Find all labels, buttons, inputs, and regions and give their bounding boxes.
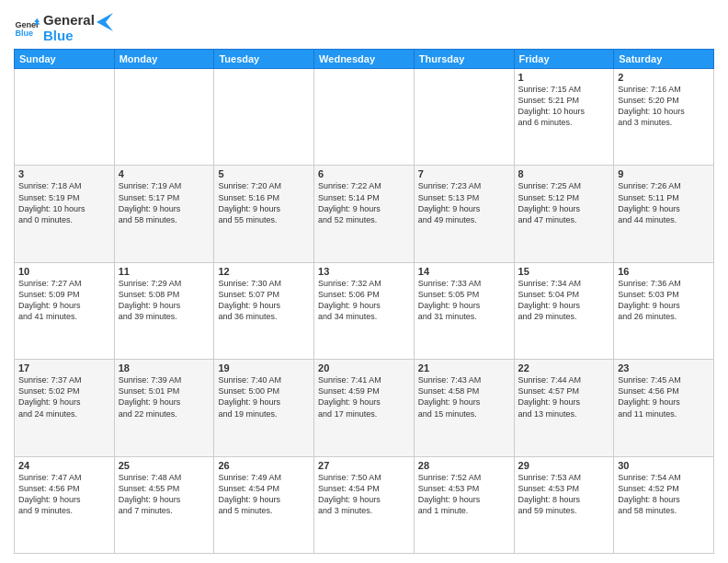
day-info: Sunrise: 7:19 AM Sunset: 5:17 PM Dayligh… (119, 180, 210, 225)
day-number: 16 (618, 266, 710, 277)
calendar-cell-2-6: 16Sunrise: 7:36 AM Sunset: 5:03 PM Dayli… (614, 262, 714, 359)
calendar-week-1: 3Sunrise: 7:18 AM Sunset: 5:19 PM Daylig… (15, 166, 714, 262)
day-number: 1 (518, 72, 610, 83)
day-info: Sunrise: 7:49 AM Sunset: 4:54 PM Dayligh… (218, 472, 310, 517)
day-info: Sunrise: 7:37 AM Sunset: 5:02 PM Dayligh… (18, 374, 110, 419)
calendar-cell-3-0: 17Sunrise: 7:37 AM Sunset: 5:02 PM Dayli… (15, 360, 115, 456)
day-info: Sunrise: 7:36 AM Sunset: 5:03 PM Dayligh… (618, 278, 710, 323)
header-thursday: Thursday (414, 50, 514, 69)
header-friday: Friday (514, 50, 614, 69)
day-info: Sunrise: 7:34 AM Sunset: 5:04 PM Dayligh… (518, 278, 610, 323)
calendar-body: 1Sunrise: 7:15 AM Sunset: 5:21 PM Daylig… (15, 69, 714, 554)
calendar-cell-0-0 (15, 69, 115, 166)
day-info: Sunrise: 7:44 AM Sunset: 4:57 PM Dayligh… (518, 374, 610, 419)
calendar-cell-2-1: 11Sunrise: 7:29 AM Sunset: 5:08 PM Dayli… (114, 262, 214, 359)
day-info: Sunrise: 7:29 AM Sunset: 5:08 PM Dayligh… (119, 278, 210, 323)
calendar-cell-0-6: 2Sunrise: 7:16 AM Sunset: 5:20 PM Daylig… (614, 69, 714, 166)
calendar-cell-0-2 (214, 69, 314, 166)
calendar-cell-4-4: 28Sunrise: 7:52 AM Sunset: 4:53 PM Dayli… (414, 456, 514, 553)
day-info: Sunrise: 7:33 AM Sunset: 5:05 PM Dayligh… (418, 278, 510, 323)
day-number: 9 (618, 168, 710, 179)
day-number: 5 (218, 168, 310, 179)
calendar-cell-4-6: 30Sunrise: 7:54 AM Sunset: 4:52 PM Dayli… (614, 456, 714, 553)
day-number: 14 (418, 266, 510, 277)
day-info: Sunrise: 7:45 AM Sunset: 4:56 PM Dayligh… (618, 374, 710, 419)
day-info: Sunrise: 7:15 AM Sunset: 5:21 PM Dayligh… (518, 84, 610, 129)
day-number: 2 (618, 72, 710, 83)
day-number: 11 (119, 266, 210, 277)
calendar-week-0: 1Sunrise: 7:15 AM Sunset: 5:21 PM Daylig… (15, 69, 714, 166)
svg-marker-4 (97, 13, 113, 31)
day-info: Sunrise: 7:16 AM Sunset: 5:20 PM Dayligh… (618, 84, 710, 129)
calendar-cell-1-1: 4Sunrise: 7:19 AM Sunset: 5:17 PM Daylig… (114, 166, 214, 262)
day-info: Sunrise: 7:41 AM Sunset: 4:59 PM Dayligh… (318, 374, 410, 419)
header: General Blue General Blue (14, 9, 714, 43)
calendar-cell-1-3: 6Sunrise: 7:22 AM Sunset: 5:14 PM Daylig… (314, 166, 415, 262)
day-info: Sunrise: 7:40 AM Sunset: 5:00 PM Dayligh… (218, 374, 310, 419)
day-number: 17 (18, 362, 110, 373)
day-number: 21 (418, 362, 510, 373)
day-info: Sunrise: 7:30 AM Sunset: 5:07 PM Dayligh… (218, 278, 310, 323)
day-info: Sunrise: 7:50 AM Sunset: 4:54 PM Dayligh… (318, 472, 410, 517)
day-info: Sunrise: 7:53 AM Sunset: 4:53 PM Dayligh… (518, 472, 610, 517)
header-sunday: Sunday (15, 50, 115, 69)
day-info: Sunrise: 7:26 AM Sunset: 5:11 PM Dayligh… (618, 180, 710, 225)
day-number: 7 (418, 168, 510, 179)
calendar-cell-2-3: 13Sunrise: 7:32 AM Sunset: 5:06 PM Dayli… (314, 262, 415, 359)
day-info: Sunrise: 7:47 AM Sunset: 4:56 PM Dayligh… (18, 472, 110, 517)
calendar-cell-4-2: 26Sunrise: 7:49 AM Sunset: 4:54 PM Dayli… (214, 456, 314, 553)
day-number: 19 (218, 362, 310, 373)
day-number: 27 (318, 460, 410, 471)
day-number: 15 (518, 266, 610, 277)
calendar-cell-0-4 (414, 69, 514, 166)
day-number: 22 (518, 362, 610, 373)
calendar-table: SundayMondayTuesdayWednesdayThursdayFrid… (14, 49, 714, 554)
calendar-header-row: SundayMondayTuesdayWednesdayThursdayFrid… (15, 50, 714, 69)
calendar-cell-1-2: 5Sunrise: 7:20 AM Sunset: 5:16 PM Daylig… (214, 166, 314, 262)
svg-text:Blue: Blue (15, 29, 33, 38)
day-info: Sunrise: 7:48 AM Sunset: 4:55 PM Dayligh… (119, 472, 210, 517)
day-info: Sunrise: 7:43 AM Sunset: 4:58 PM Dayligh… (418, 374, 510, 419)
calendar-cell-1-6: 9Sunrise: 7:26 AM Sunset: 5:11 PM Daylig… (614, 166, 714, 262)
logo-icon: General Blue (14, 16, 40, 41)
calendar-cell-0-5: 1Sunrise: 7:15 AM Sunset: 5:21 PM Daylig… (514, 69, 614, 166)
day-number: 28 (418, 460, 510, 471)
calendar-cell-3-1: 18Sunrise: 7:39 AM Sunset: 5:01 PM Dayli… (114, 360, 214, 456)
calendar-cell-3-4: 21Sunrise: 7:43 AM Sunset: 4:58 PM Dayli… (414, 360, 514, 456)
day-number: 29 (518, 460, 610, 471)
day-info: Sunrise: 7:25 AM Sunset: 5:12 PM Dayligh… (518, 180, 610, 225)
calendar-cell-2-5: 15Sunrise: 7:34 AM Sunset: 5:04 PM Dayli… (514, 262, 614, 359)
calendar-cell-1-5: 8Sunrise: 7:25 AM Sunset: 5:12 PM Daylig… (514, 166, 614, 262)
day-info: Sunrise: 7:52 AM Sunset: 4:53 PM Dayligh… (418, 472, 510, 517)
day-number: 10 (18, 266, 110, 277)
calendar-cell-4-0: 24Sunrise: 7:47 AM Sunset: 4:56 PM Dayli… (15, 456, 115, 553)
calendar-page: General Blue General Blue SundayMondayTu… (0, 0, 728, 563)
day-number: 30 (618, 460, 710, 471)
header-wednesday: Wednesday (314, 50, 415, 69)
calendar-cell-0-3 (314, 69, 415, 166)
day-number: 12 (218, 266, 310, 277)
day-number: 25 (119, 460, 210, 471)
logo-bird-icon (97, 13, 113, 33)
logo-text-line1: General (43, 13, 95, 29)
day-number: 6 (318, 168, 410, 179)
day-info: Sunrise: 7:23 AM Sunset: 5:13 PM Dayligh… (418, 180, 510, 225)
day-info: Sunrise: 7:22 AM Sunset: 5:14 PM Dayligh… (318, 180, 410, 225)
day-info: Sunrise: 7:32 AM Sunset: 5:06 PM Dayligh… (318, 278, 410, 323)
calendar-cell-4-5: 29Sunrise: 7:53 AM Sunset: 4:53 PM Dayli… (514, 456, 614, 553)
day-number: 13 (318, 266, 410, 277)
day-number: 23 (618, 362, 710, 373)
day-info: Sunrise: 7:54 AM Sunset: 4:52 PM Dayligh… (618, 472, 710, 517)
day-number: 3 (18, 168, 110, 179)
calendar-week-4: 24Sunrise: 7:47 AM Sunset: 4:56 PM Dayli… (15, 456, 714, 553)
day-info: Sunrise: 7:18 AM Sunset: 5:19 PM Dayligh… (18, 180, 110, 225)
header-monday: Monday (114, 50, 214, 69)
calendar-cell-3-5: 22Sunrise: 7:44 AM Sunset: 4:57 PM Dayli… (514, 360, 614, 456)
day-number: 8 (518, 168, 610, 179)
logo: General Blue General Blue (14, 13, 113, 43)
calendar-week-2: 10Sunrise: 7:27 AM Sunset: 5:09 PM Dayli… (15, 262, 714, 359)
calendar-cell-1-0: 3Sunrise: 7:18 AM Sunset: 5:19 PM Daylig… (15, 166, 115, 262)
calendar-cell-0-1 (114, 69, 214, 166)
day-number: 20 (318, 362, 410, 373)
header-saturday: Saturday (614, 50, 714, 69)
